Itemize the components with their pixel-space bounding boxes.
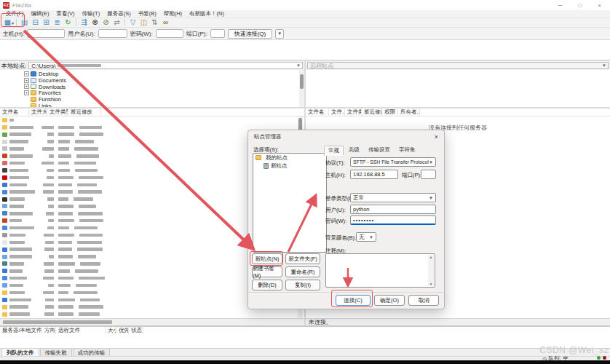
dialog-tab[interactable]: 字符集 bbox=[395, 146, 419, 156]
toolbar-separator bbox=[124, 19, 125, 26]
file-row-blurred[interactable] bbox=[0, 311, 297, 318]
column-header[interactable]: 最近修改 bbox=[68, 108, 101, 116]
local-tree-item-links[interactable]: Links bbox=[24, 103, 299, 108]
tree-expander-icon[interactable]: + bbox=[24, 84, 29, 89]
process-queue-icon[interactable]: ⇶ bbox=[79, 18, 90, 27]
local-tree-item-documents[interactable]: +Documents bbox=[24, 77, 299, 84]
dialog-tab[interactable]: 高级 bbox=[345, 146, 363, 156]
dialog-tab[interactable]: 传输设置 bbox=[365, 146, 394, 156]
local-tree-item-desktop[interactable]: +Desktop bbox=[24, 71, 299, 77]
local-tree-item-downloads[interactable]: +Downloads bbox=[24, 84, 299, 90]
duplicate-button[interactable]: 复制(I) bbox=[285, 280, 320, 290]
comments-scrollbar[interactable]: ▲▼ bbox=[428, 255, 434, 286]
site-tree-root[interactable]: 我的站点 bbox=[253, 154, 326, 162]
file-icon bbox=[2, 125, 7, 130]
quickconnect-button[interactable]: 快速连接(Q) bbox=[228, 29, 273, 39]
toolbar-separator bbox=[76, 19, 76, 26]
delete-button[interactable]: 删除(D) bbox=[252, 280, 282, 290]
filter-icon[interactable]: ▽ bbox=[127, 18, 138, 27]
local-tree-item-favorites[interactable]: +Favorites bbox=[24, 90, 299, 96]
column-header[interactable]: 最近修改 bbox=[362, 108, 382, 116]
tree-expander-icon[interactable]: + bbox=[24, 90, 29, 95]
compare-icon[interactable]: ◫ bbox=[138, 18, 149, 27]
close-button[interactable]: × bbox=[598, 2, 601, 9]
dlg-user-input[interactable]: python bbox=[350, 205, 436, 214]
dlg-host-label: 主机(H): bbox=[325, 172, 346, 179]
file-icon bbox=[2, 197, 7, 202]
dlg-port-input[interactable] bbox=[421, 170, 436, 179]
local-path-combo[interactable]: C:\Users\ ▼ bbox=[28, 62, 303, 69]
cancel-button[interactable]: 取消 bbox=[408, 295, 439, 306]
column-header[interactable]: 文件大... bbox=[29, 108, 47, 116]
annotation-box-connect-button bbox=[331, 290, 373, 307]
bg-color-select[interactable]: 无 ▼ bbox=[356, 232, 376, 242]
file-icon bbox=[2, 312, 7, 317]
remote-site-bar: 远程站点: ▼ bbox=[306, 61, 610, 70]
column-header[interactable]: 所有者... bbox=[398, 108, 420, 116]
sync-browse-icon[interactable]: ⇅ bbox=[149, 18, 160, 27]
column-header[interactable]: 文件类... bbox=[345, 108, 362, 116]
port-input[interactable] bbox=[210, 29, 225, 38]
local-tree-scrollbar[interactable] bbox=[299, 70, 304, 108]
dlg-password-input[interactable]: •••••••• bbox=[350, 215, 436, 225]
quickconnect-dropdown-icon[interactable]: ▼ bbox=[275, 29, 284, 39]
local-path-caret-icon[interactable]: ▼ bbox=[296, 63, 301, 68]
new-folder-button[interactable]: 新文件夹(F) bbox=[285, 253, 320, 264]
menu-item[interactable]: 查看(V) bbox=[53, 10, 79, 17]
column-header[interactable]: 权限 bbox=[382, 108, 398, 116]
local-path-blurred bbox=[58, 64, 101, 68]
column-header[interactable]: 文件名 bbox=[306, 108, 329, 116]
file-icon bbox=[2, 290, 7, 295]
tree-expander-icon[interactable]: + bbox=[24, 78, 29, 83]
disconnect-icon[interactable]: ⊘ bbox=[100, 18, 111, 27]
username-input[interactable] bbox=[98, 29, 127, 38]
tree-expander-icon[interactable]: + bbox=[24, 71, 29, 76]
file-icon bbox=[2, 140, 7, 144]
minimize-button[interactable]: ─ bbox=[558, 2, 563, 9]
dialog-tab[interactable]: 常规 bbox=[324, 146, 344, 156]
maximize-button[interactable]: □ bbox=[578, 2, 582, 9]
column-header[interactable]: 服务器/本地文件 bbox=[0, 327, 42, 334]
menu-item[interactable]: 编辑(E) bbox=[28, 10, 53, 17]
local-tree-item-funshion[interactable]: Funshion bbox=[24, 96, 299, 103]
find-icon[interactable]: ∞ bbox=[160, 18, 171, 27]
password-input[interactable] bbox=[156, 29, 183, 38]
file-icon bbox=[2, 305, 7, 309]
dlg-host-value: 192.168.88.5 bbox=[353, 171, 385, 178]
toggle-local-tree-icon[interactable]: ⊟ bbox=[30, 18, 41, 27]
local-site-label: 本地站点: bbox=[1, 62, 26, 70]
menu-item[interactable]: 传输(T) bbox=[79, 10, 104, 17]
local-list-header: 文件名文件大...文件类型最近修改 bbox=[0, 108, 304, 116]
remote-pane-status: 未连接。 bbox=[306, 318, 610, 325]
column-header[interactable]: 文件... bbox=[329, 108, 345, 116]
dialog-close-icon[interactable]: × bbox=[435, 133, 438, 141]
toggle-remote-tree-icon[interactable]: ⊞ bbox=[41, 18, 52, 27]
host-input[interactable] bbox=[27, 29, 65, 38]
menu-item[interactable]: 服务器(S) bbox=[103, 10, 135, 17]
menu-item[interactable]: 帮助(H) bbox=[160, 10, 186, 17]
column-header[interactable]: 状态 bbox=[129, 327, 143, 334]
cancel-icon[interactable]: ⊗ bbox=[90, 18, 100, 27]
site-tree[interactable]: 我的站点 新站点 bbox=[253, 153, 327, 253]
toggle-queue-icon[interactable]: ≣ bbox=[52, 18, 63, 27]
dlg-host-input[interactable]: 192.168.88.5 bbox=[350, 170, 398, 179]
tree-item-label: Favorites bbox=[39, 90, 61, 96]
new-bookmark-button[interactable]: 新建书签(M) bbox=[252, 266, 282, 277]
rename-button[interactable]: 重命名(R) bbox=[285, 266, 320, 277]
column-header[interactable]: 文件名 bbox=[0, 108, 29, 116]
site-tree-newsite[interactable]: 新站点 bbox=[253, 162, 326, 170]
column-header[interactable]: 优先... bbox=[116, 327, 129, 334]
ok-button[interactable]: 确定(O) bbox=[374, 295, 405, 306]
file-row-blurred[interactable] bbox=[0, 116, 297, 124]
comments-textarea[interactable]: ▲▼ bbox=[325, 253, 435, 288]
column-header[interactable]: 远程文件 bbox=[56, 327, 106, 334]
column-header[interactable]: 大小 bbox=[106, 327, 116, 334]
column-header[interactable]: 方向 bbox=[42, 327, 56, 334]
menu-item[interactable]: 书签(B) bbox=[135, 10, 160, 17]
logon-type-select[interactable]: 正常 ▼ bbox=[350, 193, 436, 202]
protocol-select[interactable]: SFTP - SSH File Transfer Protocol ▼ bbox=[350, 157, 436, 167]
column-header[interactable]: 文件类型 bbox=[47, 108, 68, 116]
reconnect-icon[interactable]: ⇄ bbox=[111, 18, 122, 27]
refresh-icon[interactable]: ↻ bbox=[63, 18, 74, 27]
menu-item[interactable]: 有新版本！(N) bbox=[186, 10, 228, 17]
